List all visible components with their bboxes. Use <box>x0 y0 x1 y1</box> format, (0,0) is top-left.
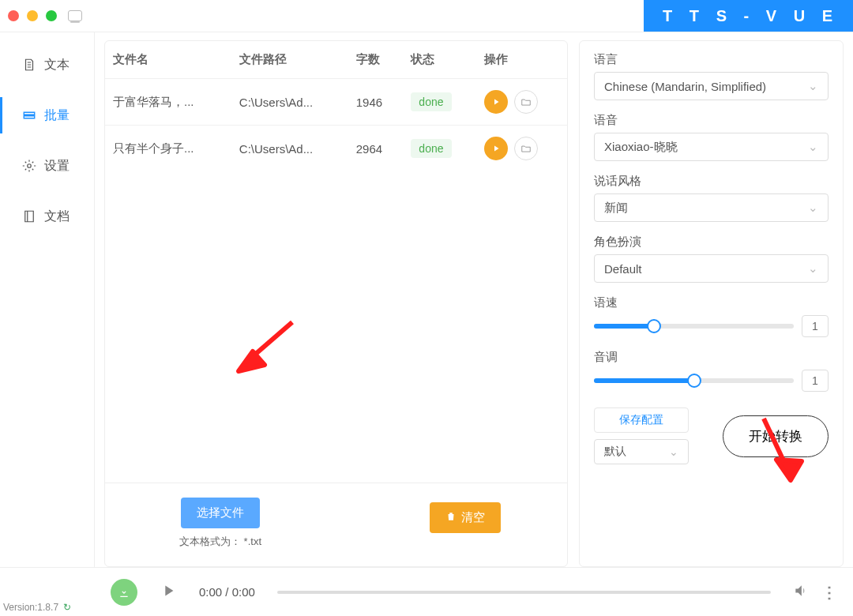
svg-point-0 <box>28 164 32 168</box>
cell-status: done <box>403 79 476 126</box>
minimize-window-button[interactable] <box>27 10 38 21</box>
speed-slider[interactable] <box>594 318 794 334</box>
play-button[interactable] <box>484 90 508 114</box>
cell-ops <box>476 79 567 126</box>
choose-file-button[interactable]: 选择文件 <box>181 498 260 528</box>
voice-label: 语音 <box>594 113 829 128</box>
role-select[interactable]: Default ⌄ <box>594 254 829 283</box>
sidebar-item-label: 设置 <box>44 158 70 175</box>
pitch-label: 音调 <box>594 350 829 365</box>
speed-label: 语速 <box>594 295 829 310</box>
style-select-value: 新闻 <box>604 201 628 216</box>
role-label: 角色扮演 <box>594 235 829 250</box>
language-label: 语言 <box>594 52 829 67</box>
clear-button-label: 清空 <box>461 510 485 525</box>
style-label: 说话风格 <box>594 174 829 189</box>
language-select-value: Chinese (Mandarin, Simplified) <box>604 80 766 93</box>
pitch-value: 1 <box>802 370 829 392</box>
window-icon <box>68 10 82 21</box>
batch-icon <box>22 108 36 122</box>
chevron-down-icon: ⌄ <box>808 79 818 93</box>
download-button[interactable] <box>111 579 137 606</box>
audio-bar: 0:00 / 0:00 ⋮ <box>0 567 853 616</box>
role-select-value: Default <box>604 262 642 276</box>
sidebar-item-batch[interactable]: 批量 <box>0 92 94 138</box>
pitch-slider[interactable] <box>594 373 794 389</box>
audio-time: 0:00 / 0:00 <box>199 585 255 599</box>
audio-seek-bar[interactable] <box>277 591 771 594</box>
file-list-panel: 文件名 文件路径 字数 状态 操作 于富华落马，... C:\Users\Ad.… <box>104 40 568 567</box>
sidebar-item-text[interactable]: 文本 <box>0 42 94 88</box>
gear-icon <box>22 159 36 173</box>
file-table: 文件名 文件路径 字数 状态 操作 于富华落马，... C:\Users\Ad.… <box>105 41 567 171</box>
file-format-hint: 文本格式为： *.txt <box>179 535 261 549</box>
sidebar-item-label: 文本 <box>44 57 70 73</box>
close-window-button[interactable] <box>8 10 19 21</box>
settings-panel: 语言 Chinese (Mandarin, Simplified) ⌄ 语音 X… <box>579 40 844 567</box>
sidebar-item-label: 文档 <box>44 208 70 225</box>
file-action-bar: 选择文件 文本格式为： *.txt 清空 <box>105 483 567 566</box>
voice-select[interactable]: Xiaoxiao-晓晓 ⌄ <box>594 133 829 161</box>
book-icon <box>22 209 36 223</box>
col-path-header: 文件路径 <box>231 41 348 79</box>
annotation-arrow-icon <box>229 316 300 379</box>
titlebar: T T S - V U E <box>0 0 853 32</box>
version-text: Version:1.8.7 <box>3 602 58 613</box>
open-folder-button[interactable] <box>514 90 538 114</box>
audio-menu-button[interactable]: ⋮ <box>821 583 837 602</box>
sidebar: 文本 批量 设置 文档 <box>0 32 95 567</box>
col-name-header: 文件名 <box>105 41 231 79</box>
audio-play-button[interactable] <box>160 582 177 602</box>
config-select[interactable]: 默认 ⌄ <box>594 439 689 464</box>
col-count-header: 字数 <box>348 41 404 79</box>
window-traffic-lights <box>8 10 57 21</box>
cell-status: done <box>403 126 476 172</box>
sidebar-item-label: 批量 <box>44 107 70 124</box>
volume-icon[interactable] <box>793 583 809 601</box>
chevron-down-icon: ⌄ <box>808 201 818 215</box>
cell-path: C:\Users\Ad... <box>231 79 348 126</box>
document-icon <box>22 58 36 72</box>
table-row: 只有半个身子... C:\Users\Ad... 2964 done <box>105 126 567 172</box>
config-select-value: 默认 <box>604 445 626 459</box>
table-row: 于富华落马，... C:\Users\Ad... 1946 done <box>105 79 567 126</box>
style-select[interactable]: 新闻 ⌄ <box>594 193 829 222</box>
chevron-down-icon: ⌄ <box>808 261 818 276</box>
speed-value: 1 <box>802 315 829 337</box>
cell-path: C:\Users\Ad... <box>231 126 348 172</box>
chevron-down-icon: ⌄ <box>669 445 678 458</box>
app-brand: T T S - V U E <box>644 0 853 32</box>
cell-name: 只有半个身子... <box>105 126 231 172</box>
main-area: 文件名 文件路径 字数 状态 操作 于富华落马，... C:\Users\Ad.… <box>95 32 853 567</box>
trash-icon <box>445 511 457 524</box>
chevron-down-icon: ⌄ <box>808 140 818 154</box>
sidebar-item-docs[interactable]: 文档 <box>0 193 94 239</box>
language-select[interactable]: Chinese (Mandarin, Simplified) ⌄ <box>594 72 829 100</box>
status-badge: done <box>411 139 451 158</box>
col-status-header: 状态 <box>403 41 476 79</box>
cell-count: 1946 <box>348 79 404 126</box>
clear-button[interactable]: 清空 <box>430 502 501 533</box>
start-convert-button[interactable]: 开始转换 <box>723 415 829 457</box>
col-ops-header: 操作 <box>476 41 567 79</box>
fullscreen-window-button[interactable] <box>46 10 57 21</box>
save-config-button[interactable]: 保存配置 <box>594 408 689 433</box>
open-folder-button[interactable] <box>514 137 538 160</box>
footer: Version:1.8.7 ↻ <box>3 602 71 613</box>
refresh-icon[interactable]: ↻ <box>63 602 71 613</box>
play-button[interactable] <box>484 137 508 160</box>
cell-name: 于富华落马，... <box>105 79 231 126</box>
cell-count: 2964 <box>348 126 404 172</box>
voice-select-value: Xiaoxiao-晓晓 <box>604 140 678 155</box>
status-badge: done <box>411 92 451 111</box>
sidebar-item-settings[interactable]: 设置 <box>0 143 94 189</box>
cell-ops <box>476 126 567 172</box>
